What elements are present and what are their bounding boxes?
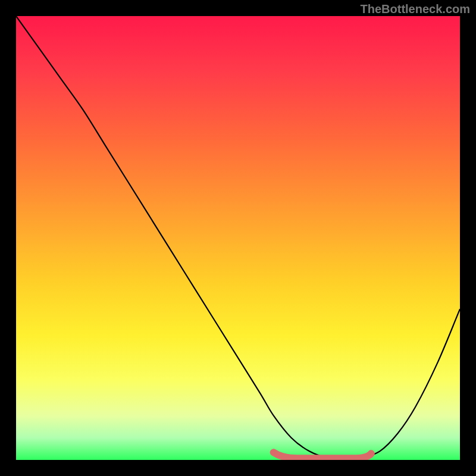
chart-svg [16, 16, 460, 460]
watermark-text: TheBottleneck.com [361, 2, 470, 16]
bottleneck-curve [16, 16, 460, 460]
plot-area [16, 16, 460, 460]
optimal-range-marker [274, 452, 371, 458]
